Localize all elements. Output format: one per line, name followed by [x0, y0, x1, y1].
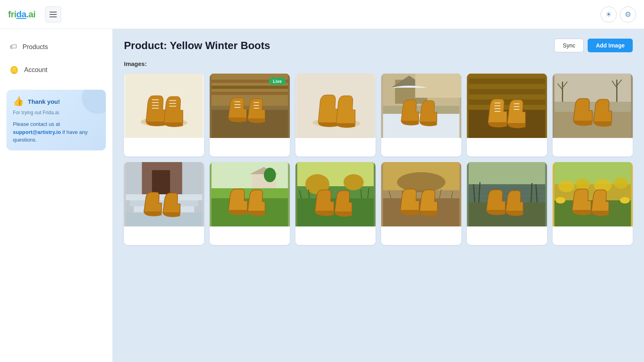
page-title: Product: Yellow Winter Boots [124, 39, 270, 52]
hamburger-icon [50, 12, 57, 17]
image-thumb-6 [553, 74, 633, 138]
image-thumb-9 [295, 162, 376, 226]
support-email-link[interactable]: support@artistry.io [13, 129, 61, 135]
menu-button[interactable] [45, 6, 61, 23]
image-card-6[interactable] [553, 74, 633, 156]
sidebar-item-account[interactable]: 🪙 Account [0, 58, 112, 82]
svg-rect-59 [126, 194, 202, 200]
svg-rect-36 [469, 95, 545, 99]
sidebar-item-products-label: Products [23, 43, 48, 51]
account-icon: 🪙 [10, 66, 19, 74]
image-thumb-4 [381, 74, 461, 138]
image-thumb-8 [210, 162, 290, 226]
image-thumb-1 [124, 74, 204, 138]
image-footer-4 [381, 138, 461, 156]
image-thumb-5 [467, 74, 547, 138]
sync-button[interactable]: Sync [554, 39, 584, 52]
svg-point-104 [556, 197, 566, 204]
image-card-2[interactable]: Live [210, 74, 290, 156]
sidebar-card-body: Please contact us at support@artistry.io… [13, 120, 99, 144]
svg-point-80 [397, 172, 446, 192]
svg-rect-14 [212, 92, 288, 95]
svg-point-102 [614, 177, 628, 189]
image-thumb-7 [124, 162, 204, 226]
image-thumb-11 [467, 162, 547, 226]
image-card-7[interactable] [124, 162, 204, 245]
image-card-3[interactable] [295, 74, 376, 156]
svg-rect-35 [469, 89, 545, 94]
sun-icon: ☀ [605, 10, 612, 19]
svg-point-72 [344, 174, 364, 190]
sidebar-item-account-label: Account [24, 66, 47, 74]
image-footer-8 [210, 226, 290, 245]
svg-point-100 [576, 179, 590, 190]
svg-rect-58 [152, 170, 170, 194]
image-footer-11 [467, 226, 547, 245]
products-icon: 🏷 [10, 43, 17, 51]
image-card-8[interactable] [210, 162, 290, 245]
svg-rect-29 [415, 74, 462, 98]
svg-rect-32 [469, 74, 545, 78]
logo: frida.ai [8, 9, 35, 20]
image-footer-5 [467, 138, 547, 156]
image-footer-1 [124, 138, 204, 156]
svg-rect-34 [469, 84, 545, 89]
image-footer-7 [124, 226, 204, 245]
header-action-buttons: Sync Add Image [554, 39, 633, 52]
image-card-5[interactable] [467, 74, 547, 156]
thank-you-card: 👍 Thank you! For trying out Frida.ai. Pl… [6, 90, 106, 150]
page-header: Product: Yellow Winter Boots Sync Add Im… [124, 39, 633, 52]
svg-point-105 [620, 197, 630, 204]
image-footer-3 [295, 138, 376, 156]
image-thumb-10 [381, 162, 461, 226]
image-thumb-3 [295, 74, 376, 138]
image-card-1[interactable] [124, 74, 204, 156]
image-footer-10 [381, 226, 461, 245]
sidebar: 🏷 Products 🪙 Account 👍 Thank you! For tr… [0, 29, 113, 362]
images-grid: Live [124, 74, 633, 245]
image-footer-2 [210, 138, 290, 156]
image-card-11[interactable] [467, 162, 547, 245]
image-footer-12 [553, 226, 633, 245]
body-layout: 🏷 Products 🪙 Account 👍 Thank you! For tr… [0, 29, 644, 362]
logo-text: frida.ai [8, 9, 35, 20]
thank-you-header: 👍 Thank you! [13, 96, 99, 107]
image-footer-9 [295, 226, 376, 245]
header-actions: ☀ ⚙ [601, 6, 636, 23]
main-content: Product: Yellow Winter Boots Sync Add Im… [113, 29, 644, 362]
images-section-label: Images: [124, 60, 633, 67]
image-card-10[interactable] [381, 162, 461, 245]
settings-button[interactable]: ⚙ [620, 6, 636, 23]
svg-rect-37 [469, 100, 545, 105]
svg-rect-33 [469, 79, 545, 84]
svg-point-99 [559, 180, 575, 192]
image-card-4[interactable] [381, 74, 461, 156]
gear-icon: ⚙ [625, 10, 631, 19]
sidebar-item-products[interactable]: 🏷 Products [0, 35, 112, 58]
image-card-12[interactable] [553, 162, 633, 245]
svg-point-67 [264, 168, 276, 182]
svg-rect-38 [469, 105, 545, 110]
image-footer-6 [553, 138, 633, 156]
svg-rect-48 [555, 74, 631, 102]
svg-rect-22 [297, 74, 374, 138]
svg-rect-13 [212, 86, 288, 89]
thank-you-subtitle: For trying out Frida.ai. [13, 110, 99, 115]
theme-toggle-button[interactable]: ☀ [601, 6, 617, 23]
live-badge: Live [269, 78, 286, 85]
svg-rect-55 [555, 112, 631, 138]
image-card-9[interactable] [295, 162, 376, 245]
svg-rect-87 [469, 162, 545, 184]
add-image-button[interactable]: Add Image [588, 39, 633, 52]
image-thumb-12 [553, 162, 633, 226]
thank-you-title: Thank you! [28, 98, 60, 105]
thumbs-up-icon: 👍 [13, 96, 24, 107]
svg-rect-0 [126, 74, 202, 138]
svg-rect-64 [212, 162, 288, 188]
app-header: frida.ai ☀ ⚙ [0, 0, 644, 29]
